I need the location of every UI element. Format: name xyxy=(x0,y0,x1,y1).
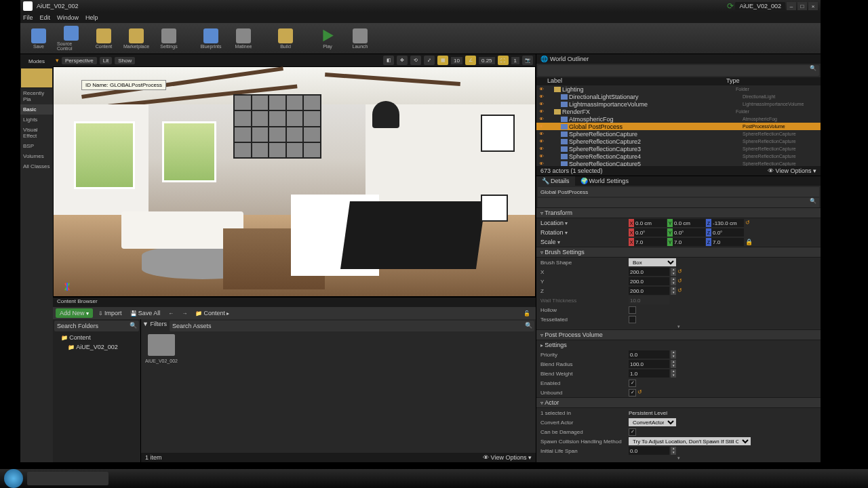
details-search[interactable]: 🔍 xyxy=(538,198,819,207)
cat-recent[interactable]: Recently Pla xyxy=(20,88,53,104)
brush-shape[interactable]: Box xyxy=(629,258,676,266)
menu-help[interactable]: Help xyxy=(85,14,98,21)
reset-icon[interactable]: ↺ xyxy=(677,268,684,275)
tab-details[interactable]: 🔧Details xyxy=(536,176,575,186)
visibility-icon[interactable]: 👁 xyxy=(539,154,546,159)
cb-tab[interactable]: Content Browser xyxy=(53,298,536,307)
outliner-search[interactable]: 🔍 xyxy=(538,65,819,76)
toolbar-content[interactable]: Content xyxy=(90,24,118,53)
col-label[interactable]: Label xyxy=(536,77,726,85)
outliner-row[interactable]: 👁Global PostProcessPostProcessVolume xyxy=(536,123,821,130)
reset-icon[interactable]: ↺ xyxy=(677,278,684,285)
rot-x[interactable] xyxy=(634,228,667,237)
toolbar-settings[interactable]: Settings xyxy=(155,24,183,53)
reset-icon[interactable]: ↺ xyxy=(677,287,684,294)
loc-x[interactable] xyxy=(634,219,667,227)
loc-z[interactable] xyxy=(711,219,744,227)
outliner-row[interactable]: 👁LightingFolder xyxy=(536,85,821,93)
outliner-row[interactable]: 👁SphereReflectionCapture3SphereReflectio… xyxy=(536,145,821,152)
sect-actor[interactable]: ▿ Actor xyxy=(536,397,821,408)
outliner-row[interactable]: 👁SphereReflectionCaptureSphereReflection… xyxy=(536,130,821,138)
viewport[interactable] xyxy=(53,66,536,297)
cat-volumes[interactable]: Volumes xyxy=(20,151,53,161)
outliner-row[interactable]: 👁RenderFXFolder xyxy=(536,108,821,115)
tab-world-settings[interactable]: 🌍World Settings xyxy=(575,176,634,186)
chk-hollow[interactable] xyxy=(629,306,636,314)
scale-x[interactable] xyxy=(634,238,667,246)
cb-search-folders[interactable]: Search Folders🔍 xyxy=(54,321,139,331)
convert-actor[interactable]: ConvertActor xyxy=(629,418,676,426)
toolbar-build[interactable]: Build xyxy=(271,24,300,53)
outliner-row[interactable]: 👁LightmassImportanceVolumeLightmassImpor… xyxy=(536,100,821,108)
rot-z[interactable] xyxy=(711,228,744,237)
visibility-icon[interactable]: 👁 xyxy=(539,146,546,151)
cat-basic[interactable]: Basic xyxy=(20,104,53,115)
vp-snap-angle-icon[interactable]: ∠ xyxy=(465,56,476,65)
visibility-icon[interactable]: 👁 xyxy=(539,117,546,121)
outliner-row[interactable]: 👁DirectionalLightStationaryDirectionalLi… xyxy=(536,93,821,100)
chk-tess[interactable] xyxy=(629,316,636,323)
tree-child[interactable]: 📁 AiUE_V02_002 xyxy=(53,342,140,352)
outliner-row[interactable]: 👁AtmosphericFogAtmosphericFog xyxy=(536,115,821,123)
compile-icon[interactable]: ⟳ xyxy=(727,1,734,11)
vp-snap-scale-icon[interactable]: ⛶ xyxy=(498,56,509,65)
blend-radius[interactable] xyxy=(629,360,669,368)
vp-scale-icon[interactable]: ⤢ xyxy=(424,56,435,65)
close-button[interactable]: × xyxy=(808,2,818,10)
lbl-settings[interactable]: ▸ Settings xyxy=(540,342,629,348)
lock-icon[interactable]: 🔒 xyxy=(745,239,753,245)
toolbar-source-control[interactable]: Source Control xyxy=(57,24,85,53)
vp-select-icon[interactable]: ◧ xyxy=(383,56,394,65)
outliner-row[interactable]: 👁SphereReflectionCapture2SphereReflectio… xyxy=(536,138,821,145)
cb-import[interactable]: ⇩ Import xyxy=(96,308,125,318)
visibility-icon[interactable]: 👁 xyxy=(539,139,546,144)
cb-filters[interactable]: ▼ Filters xyxy=(142,321,167,329)
reset-icon[interactable]: ↺ xyxy=(637,389,644,396)
visibility-icon[interactable]: 👁 xyxy=(539,87,546,92)
brush-x[interactable] xyxy=(629,268,669,276)
toolbar-blueprints[interactable]: Blueprints xyxy=(197,24,225,53)
reset-icon[interactable]: ↺ xyxy=(745,220,752,226)
scale-z[interactable] xyxy=(711,238,744,246)
cb-fwd[interactable]: → xyxy=(179,309,190,318)
outliner-row[interactable]: 👁SphereReflectionCapture4SphereReflectio… xyxy=(536,152,821,160)
scale-y[interactable] xyxy=(673,238,705,246)
minimize-button[interactable]: – xyxy=(787,2,796,10)
outliner-row[interactable]: 👁SphereReflectionCapture5SphereReflectio… xyxy=(536,160,821,166)
cb-breadcrumb[interactable]: 📁 Content ▸ xyxy=(193,308,232,318)
vp-rotate-icon[interactable]: ⟲ xyxy=(410,56,421,65)
priority[interactable] xyxy=(629,350,669,359)
visibility-icon[interactable]: 👁 xyxy=(539,94,546,99)
vp-scale-value[interactable]: 1 xyxy=(511,57,519,64)
taskbar-item[interactable] xyxy=(27,472,108,485)
vp-translate-icon[interactable]: ✥ xyxy=(397,56,408,65)
toolbar-save[interactable]: Save xyxy=(24,24,53,53)
vp-lit[interactable]: Lit xyxy=(100,57,112,64)
menu-edit[interactable]: Edit xyxy=(40,14,51,21)
vp-snap-grid-icon[interactable]: ▦ xyxy=(437,56,448,65)
visibility-icon[interactable]: 👁 xyxy=(539,102,546,106)
cb-search-assets[interactable]: Search Assets🔍 xyxy=(170,321,534,331)
visibility-icon[interactable]: 👁 xyxy=(539,131,546,136)
brush-z[interactable] xyxy=(629,287,669,295)
toolbar-play[interactable]: Play xyxy=(313,24,342,53)
chk-unbound[interactable]: ✓ xyxy=(629,389,636,396)
cb-save-all[interactable]: 💾 Save All xyxy=(127,308,163,318)
vp-snap-value[interactable]: 10 xyxy=(451,57,462,64)
start-button[interactable] xyxy=(4,469,23,488)
outliner-view-options[interactable]: 👁 View Options ▾ xyxy=(768,167,816,174)
cat-all[interactable]: All Classes xyxy=(20,161,53,171)
maximize-button[interactable]: □ xyxy=(797,2,807,10)
tree-content[interactable]: 📁 Content xyxy=(53,333,140,342)
toolbar-marketplace[interactable]: Marketplace xyxy=(122,24,151,53)
project-name[interactable]: AiUE_V02_002 xyxy=(735,2,785,10)
col-type[interactable]: Type xyxy=(726,77,740,85)
sect-brush[interactable]: ▿ Brush Settings xyxy=(536,247,821,258)
vp-perspective[interactable]: Perspective xyxy=(62,57,97,64)
cb-back[interactable]: ← xyxy=(165,309,176,318)
wall-thickness[interactable] xyxy=(629,296,669,304)
menu-file[interactable]: File xyxy=(23,14,33,21)
sect-transform[interactable]: ▿ Transform xyxy=(536,207,821,218)
loc-y[interactable] xyxy=(673,219,705,227)
vp-camera-speed-icon[interactable]: 📷 xyxy=(522,56,533,65)
